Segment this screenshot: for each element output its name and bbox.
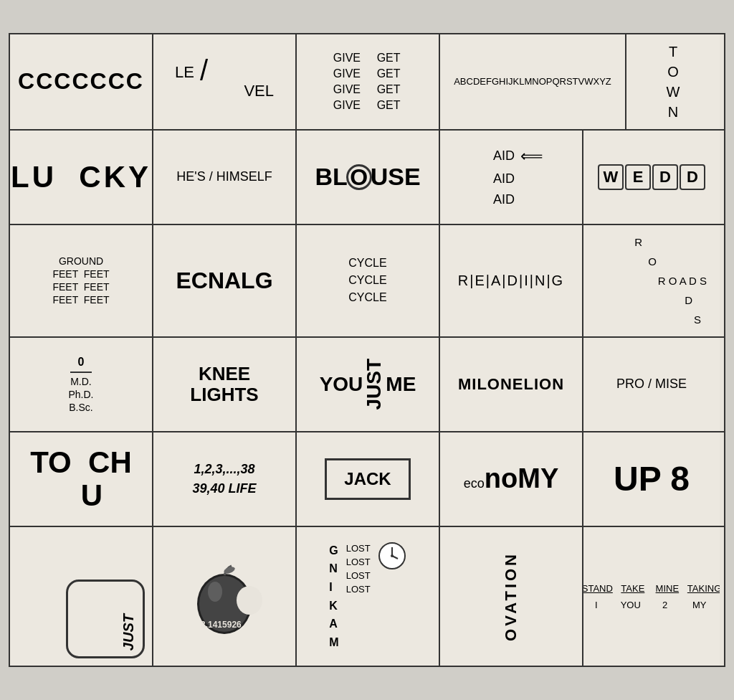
town-n: N — [668, 102, 678, 122]
knee-lights-text: KNEE LIGHTS — [190, 364, 258, 405]
cell-r2c1: LU CKY — [10, 131, 153, 224]
give1: GIVE — [333, 52, 361, 65]
d-box-d1: D — [652, 164, 678, 190]
town-o: O — [667, 62, 679, 82]
cell-r1c4: ABCDEFGHIJKLMNOPQRSTVWXYZ — [440, 34, 626, 129]
gnikam-k: K — [329, 597, 338, 615]
gnikam-group: G N I K A M LOST LOST LOST LOST — [322, 534, 413, 659]
stand-group: STAND TAKE MINE TAKING I YOU 2 MY — [583, 576, 720, 618]
ground-group: GROUND FEET FEET FEET FEET FEET FEET — [52, 255, 109, 306]
aid-row-3: AID — [493, 192, 515, 207]
lost-4: LOST — [346, 584, 371, 595]
knee-line1: KNEE — [190, 364, 258, 384]
cell-r5c1: TO CH U — [10, 432, 153, 526]
get4: GET — [375, 99, 402, 112]
d-box-d2: D — [680, 164, 705, 190]
stand-labels: STAND TAKE MINE TAKING — [583, 583, 720, 594]
cell-r4c3: YOU JUST ME — [297, 338, 440, 431]
give2: GIVE — [333, 67, 361, 80]
promise-text: PRO / MISE — [616, 377, 687, 392]
cell-r5c5: UP 8 — [583, 432, 720, 526]
cell-r3c2: ECNALG — [153, 225, 297, 336]
svg-text:3.1415926: 3.1415926 — [201, 620, 242, 630]
level-bot: VEL — [244, 82, 274, 100]
blouse-pre: BL — [315, 163, 347, 190]
touch-top: TO CH — [30, 446, 132, 479]
row-1: CCCCCCC LE / VEL GIVE GET GIVE GET GIVE … — [10, 34, 724, 131]
roads-r: R — [634, 232, 642, 252]
stand-label: STAND — [583, 583, 613, 594]
just-rounded-box: JUST — [66, 580, 145, 658]
cell-r3c4: R|E|A|D|I|N|G — [440, 225, 583, 336]
d-box-e: E — [625, 164, 651, 190]
town-t: T — [669, 42, 677, 62]
feet-line-1: FEET FEET — [52, 268, 109, 280]
cell-r4c2: KNEE LIGHTS — [153, 338, 297, 431]
me-text: ME — [386, 373, 416, 396]
ovation-group: OVATION — [502, 552, 520, 641]
cell-r6c1: JUST — [10, 527, 153, 666]
get2: GET — [375, 67, 402, 80]
just-label: JUST — [120, 614, 137, 651]
cell-r3c1: GROUND FEET FEET FEET FEET FEET FEET — [10, 225, 153, 336]
get1: GET — [375, 52, 402, 65]
aid-3: AID — [493, 192, 515, 207]
level-slash: / — [200, 56, 208, 85]
up8-text: UP 8 — [614, 459, 690, 498]
eco-large: no — [485, 463, 518, 493]
gnikam-a: A — [329, 615, 338, 633]
cell-r5c3: JACK — [297, 432, 440, 526]
row-4: 0 M.D. Ph.D. B.Sc. KNEE LIGHTS YOU JUST … — [10, 338, 724, 432]
cell-r3c5: R O R O A D S D S — [583, 225, 720, 336]
gnikam-n: N — [329, 559, 338, 578]
cycle-3: CYCLE — [348, 291, 386, 304]
gnikam-letters: G N I K A M — [329, 541, 338, 652]
row-2: LU CKY HE'S / HIMSELF BLOUSE AID ⟸ AID A… — [10, 131, 724, 225]
town-letters: T O W N — [667, 42, 680, 122]
gnikam-g: G — [329, 541, 338, 560]
ground-line: GROUND — [59, 255, 103, 267]
town-w: W — [667, 82, 680, 102]
aid-1: AID — [493, 148, 515, 164]
row-3: GROUND FEET FEET FEET FEET FEET FEET ECN… — [10, 225, 724, 338]
touch-bot: U — [52, 479, 132, 512]
cell-r6c4: OVATION — [440, 527, 583, 666]
cell-r1c3: GIVE GET GIVE GET GIVE GET GIVE GET — [297, 34, 440, 129]
take-label: TAKE — [619, 583, 647, 594]
roads-ads: R O A D S — [658, 271, 707, 290]
zero-label: 0 — [78, 356, 85, 369]
divider-line — [70, 372, 92, 373]
lost-2: LOST — [346, 557, 371, 567]
alphabet-text: ABCDEFGHIJKLMNOPQRSTVWXYZ — [454, 76, 611, 87]
lucky-text: LU CKY — [11, 160, 151, 194]
cycle-1: CYCLE — [348, 257, 386, 270]
economy-group: econoMY — [464, 463, 558, 494]
roads-d: D — [685, 290, 692, 310]
hes-text: HE'S / HIMSELF — [176, 169, 272, 184]
cell-r2c2: HE'S / HIMSELF — [153, 131, 297, 224]
ddd-group: W E D D — [598, 164, 705, 190]
cell-r4c5: PRO / MISE — [583, 338, 720, 431]
give4: GIVE — [333, 99, 361, 112]
degree-bsc: B.Sc. — [69, 402, 92, 413]
lost-group: LOST LOST LOST LOST — [346, 541, 371, 595]
degree-md: M.D. — [70, 376, 92, 387]
gnikam-i: I — [329, 578, 338, 597]
mine-label: MINE — [653, 583, 682, 594]
lost-1: LOST — [346, 543, 371, 554]
jack-text: JACK — [325, 458, 410, 500]
clock-area — [378, 541, 406, 570]
give3: GIVE — [333, 83, 361, 96]
blouse-text: BLOUSE — [315, 163, 420, 191]
roads-o: O — [648, 252, 657, 271]
touch-group: TO CH U — [30, 446, 132, 512]
stand-values: I YOU 2 MY — [583, 600, 720, 610]
degrees-group: 0 M.D. Ph.D. B.Sc. — [68, 356, 93, 413]
degree-phd: Ph.D. — [68, 389, 93, 400]
cell-r5c4: econoMY — [440, 432, 583, 526]
aid-2: AID — [493, 171, 515, 186]
cell-r6c2: 3.1415926 — [153, 527, 297, 666]
feet-line-3: FEET FEET — [52, 294, 109, 306]
cycle-group: CYCLE CYCLE CYCLE — [348, 257, 386, 304]
ccccc-text: CCCCCCC — [18, 68, 144, 95]
